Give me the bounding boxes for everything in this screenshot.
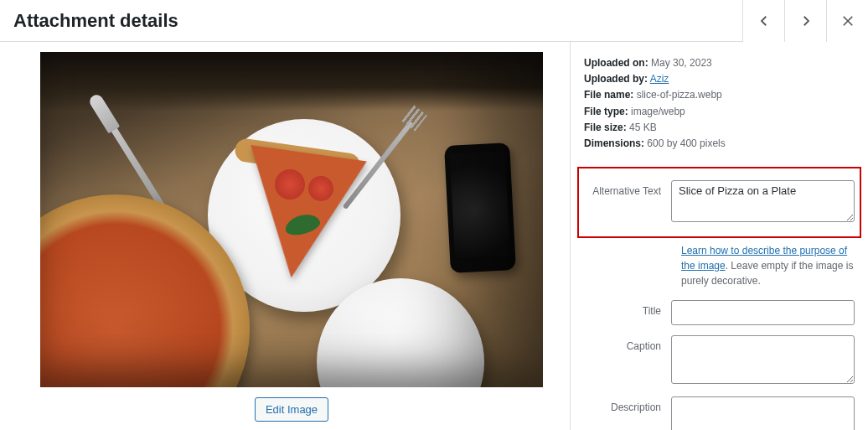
prev-button[interactable] — [742, 0, 784, 42]
attachment-image — [40, 52, 543, 387]
header-nav — [742, 0, 868, 41]
chevron-left-icon — [757, 13, 772, 28]
title-label: Title — [584, 300, 671, 317]
file-name-label: File name: — [584, 89, 633, 101]
dimensions-label: Dimensions: — [584, 137, 644, 149]
dialog-title: Attachment details — [13, 10, 178, 32]
attachment-fields: Alternative Text Learn how to describe t… — [584, 167, 855, 430]
title-input[interactable] — [671, 300, 855, 325]
alt-text-row: Alternative Text — [577, 167, 861, 238]
file-size-label: File size: — [584, 122, 627, 133]
file-size-value: 45 KB — [629, 122, 657, 133]
caption-row: Caption — [584, 335, 855, 386]
next-button[interactable] — [784, 0, 826, 42]
alt-text-help: Learn how to describe the purpose of the… — [681, 243, 855, 288]
dimensions-value: 600 by 400 pixels — [647, 137, 725, 149]
file-type-value: image/webp — [631, 106, 685, 117]
uploaded-by-link[interactable]: Aziz — [650, 73, 669, 85]
file-type-label: File type: — [584, 106, 628, 117]
file-meta: Uploaded on: May 30, 2023 Uploaded by: A… — [584, 55, 855, 152]
description-label: Description — [584, 396, 671, 413]
media-panel: Edit Image — [0, 42, 570, 430]
uploaded-by-label: Uploaded by: — [584, 73, 648, 85]
file-name-value: slice-of-pizza.webp — [637, 89, 722, 101]
uploaded-on-label: Uploaded on: — [584, 57, 648, 69]
dialog-content: Edit Image Uploaded on: May 30, 2023 Upl… — [0, 42, 868, 430]
dialog-header: Attachment details — [0, 0, 868, 42]
caption-input[interactable] — [671, 335, 855, 384]
alt-text-label: Alternative Text — [584, 180, 671, 197]
details-panel: Uploaded on: May 30, 2023 Uploaded by: A… — [570, 42, 868, 430]
alt-text-input[interactable] — [671, 180, 855, 222]
chevron-right-icon — [798, 13, 814, 28]
description-row: Description — [584, 396, 855, 430]
caption-label: Caption — [584, 335, 671, 352]
close-button[interactable] — [826, 0, 868, 42]
edit-image-button[interactable]: Edit Image — [255, 397, 328, 422]
uploaded-on-value: May 30, 2023 — [651, 57, 712, 69]
close-icon — [840, 13, 855, 28]
title-row: Title — [584, 300, 855, 325]
description-input[interactable] — [671, 396, 855, 430]
